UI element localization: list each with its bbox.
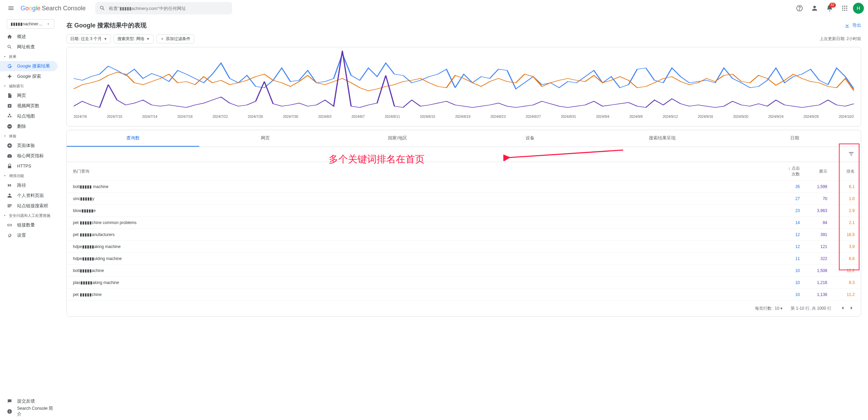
cell-impressions: 322: [806, 253, 833, 265]
sidebar-item-video-pages[interactable]: 视频网页数: [0, 101, 58, 111]
cell-impressions: 84: [806, 217, 833, 229]
table-filter-button[interactable]: [848, 150, 855, 158]
svg-point-6: [844, 8, 845, 9]
sidebar-item-breadcrumbs[interactable]: 路径: [0, 180, 58, 190]
export-button[interactable]: 导出: [844, 22, 861, 28]
chevron-down-icon: [46, 22, 50, 26]
nav-label: 网页: [17, 93, 26, 99]
cell-query: plas▮▮▮▮▮aking machine: [67, 277, 779, 289]
sidebar-item-https[interactable]: HTTPS: [0, 161, 58, 171]
nav-label: 增强功能: [9, 173, 24, 178]
chart-card: 2024/7/62024/7/102024/7/142024/7/182024/…: [66, 47, 861, 126]
last-updated: 上次更新日期: 2小时前: [820, 36, 861, 42]
sidebar-item-settings[interactable]: 设置: [0, 230, 58, 240]
sidebar-group-performance[interactable]: 效果: [0, 52, 58, 61]
svg-point-8: [842, 10, 843, 11]
sidebar-item-feedback[interactable]: 提交反馈: [0, 396, 58, 406]
cell-query: bott▮▮▮▮▮ machine: [67, 181, 779, 193]
sidebar-group-indexing[interactable]: 编制索引: [0, 82, 58, 90]
sidebar-group-experience[interactable]: 体验: [0, 132, 58, 140]
people-button[interactable]: [808, 1, 821, 15]
download-icon: [844, 22, 850, 28]
nav-label: 个人资料页面: [17, 193, 44, 199]
sidebar-item-discover[interactable]: Google 探索: [0, 71, 58, 82]
table-row[interactable]: hdpe▮▮▮▮▮ulding machine113226.6: [67, 253, 861, 265]
app-logo: Google Search Console: [21, 5, 86, 12]
sidebar-item-about[interactable]: Search Console 简介: [0, 406, 58, 417]
table-row[interactable]: bott▮▮▮▮▮ machine351,5996.1: [67, 181, 861, 193]
nav-label: 效果: [9, 54, 16, 59]
table-row[interactable]: pet ▮▮▮▮▮anufacturers1239116.5: [67, 229, 861, 241]
sidebar-group-enhance[interactable]: 增强功能: [0, 171, 58, 180]
table-row[interactable]: blow▮▮▮▮▮e233,9632.9: [67, 205, 861, 217]
type-filter-chip[interactable]: 搜索类型: 网络▼: [114, 34, 154, 44]
date-filter-chip[interactable]: 日期: 过去 3 个月▼: [66, 34, 111, 44]
page-icon: [7, 93, 12, 98]
table-footer: 每页行数: 10 ▾ 第 1-10 行, 共 1000 行: [67, 301, 861, 316]
col-query[interactable]: 热门查询: [67, 162, 779, 181]
sidebar-item-removals[interactable]: 删除: [0, 121, 58, 132]
tab-queries[interactable]: 查询数: [67, 130, 199, 147]
nav-label: Search Console 简介: [17, 406, 54, 417]
cell-query: pet ▮▮▮▮▮chine common problems: [67, 217, 779, 229]
col-impressions[interactable]: 展示: [806, 162, 833, 181]
col-clicks[interactable]: ↓点击次数: [779, 162, 806, 181]
svg-point-5: [842, 8, 843, 9]
tab-devices[interactable]: 设备: [464, 130, 596, 147]
cell-impressions: 70: [806, 193, 833, 205]
tab-countries[interactable]: 国家/地区: [331, 130, 464, 147]
next-page-button[interactable]: [848, 305, 855, 312]
nav-label: 体验: [9, 134, 16, 139]
sort-down-icon: ↓: [788, 166, 790, 171]
cell-position: 1.0: [833, 193, 861, 205]
tab-pages[interactable]: 网页: [199, 130, 332, 147]
nav-label: 概述: [17, 34, 26, 40]
table-row[interactable]: plas▮▮▮▮▮aking machine101,2168.3: [67, 277, 861, 289]
sidebar-item-overview[interactable]: 概述: [0, 32, 58, 42]
sidebar-item-url-inspect[interactable]: 网址检查: [0, 42, 58, 52]
cell-clicks: 35: [779, 181, 806, 193]
sidebar-item-sitemaps[interactable]: 站点地图: [0, 111, 58, 121]
sidebar-item-search-results[interactable]: Google 搜索结果: [0, 61, 58, 71]
sidebar-item-cwv[interactable]: 核心网页指标: [0, 151, 58, 161]
table-row[interactable]: hdpe▮▮▮▮▮aking machine121213.9: [67, 241, 861, 253]
col-position[interactable]: 排名: [833, 162, 861, 181]
cell-impressions: 1,508: [806, 265, 833, 277]
tab-appearance[interactable]: 搜索结果呈现: [596, 130, 729, 147]
table-row[interactable]: pet ▮▮▮▮▮chine101,13611.2: [67, 289, 861, 301]
table-row[interactable]: pet ▮▮▮▮▮chine common problems14842.1: [67, 217, 861, 229]
url-search-box[interactable]: [95, 2, 232, 14]
sitelinks-icon: [7, 203, 12, 209]
notifications-button[interactable]: 82: [823, 1, 836, 15]
svg-point-2: [842, 6, 843, 7]
filter-row: 日期: 过去 3 个月▼ 搜索类型: 网络▼ ＋添加过滤条件 上次更新日期: 2…: [66, 34, 861, 44]
cell-impressions: 1,136: [806, 289, 833, 301]
search-input[interactable]: [109, 6, 228, 11]
add-filter-button[interactable]: ＋添加过滤条件: [156, 34, 194, 44]
svg-point-7: [846, 8, 847, 9]
sidebar-item-pages[interactable]: 网页: [0, 90, 58, 101]
apps-button[interactable]: [838, 1, 852, 15]
sidebar-group-security[interactable]: 安全问题和人工处置措施: [0, 211, 58, 220]
prev-page-button[interactable]: [840, 305, 846, 312]
property-selector[interactable]: ▮▮▮▮▮nachinery.com: [7, 19, 54, 29]
hamburger-menu-button[interactable]: [4, 1, 18, 15]
tab-dates[interactable]: 日期: [729, 130, 861, 147]
nav-label: 设置: [17, 233, 26, 238]
table-row[interactable]: sinc▮▮▮▮▮y27701.0: [67, 193, 861, 205]
sidebar-item-links[interactable]: 链接数量: [0, 220, 58, 230]
help-button[interactable]: [793, 1, 806, 15]
sidebar: ▮▮▮▮▮nachinery.com 概述 网址检查 效果 Google 搜索结…: [0, 16, 60, 420]
nav-label: 页面体验: [17, 143, 35, 149]
rows-per-page-select[interactable]: 10 ▾: [775, 306, 783, 311]
sidebar-item-profile-page[interactable]: 个人资料页面: [0, 190, 58, 201]
main-content: 在 Google 搜索结果中的表现 导出 日期: 过去 3 个月▼ 搜索类型: …: [60, 16, 868, 420]
user-avatar[interactable]: H: [853, 3, 864, 14]
sidebar-item-sitelinks[interactable]: 站点链接搜索框: [0, 201, 58, 211]
svg-point-9: [844, 10, 845, 11]
link-icon: [7, 222, 12, 228]
table-row[interactable]: bott▮▮▮▮▮achine101,50812.2: [67, 265, 861, 277]
cell-query: hdpe▮▮▮▮▮aking machine: [67, 241, 779, 253]
cell-clicks: 10: [779, 265, 806, 277]
sidebar-item-page-experience[interactable]: 页面体验: [0, 140, 58, 151]
